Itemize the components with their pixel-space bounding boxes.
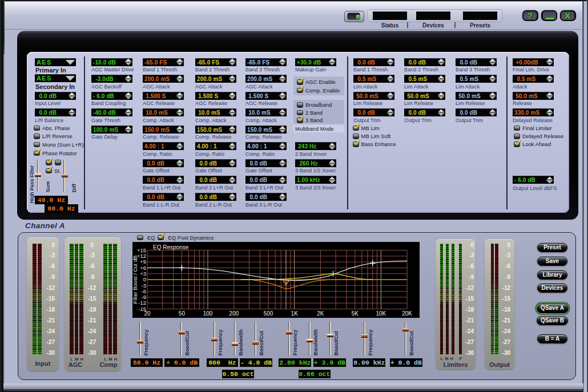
svg-text:EQ Response: EQ Response xyxy=(153,244,189,250)
svg-text:200: 200 xyxy=(229,310,239,317)
svg-text:10K: 10K xyxy=(376,310,386,317)
svg-text:500: 500 xyxy=(264,310,273,317)
svg-text:2K: 2K xyxy=(317,310,324,317)
svg-text:5K: 5K xyxy=(352,310,359,317)
svg-text:Filter Boost / Cut dB: Filter Boost / Cut dB xyxy=(132,255,138,304)
svg-text:50: 50 xyxy=(179,310,186,317)
svg-text:1K: 1K xyxy=(291,310,299,317)
svg-text:20: 20 xyxy=(144,310,151,317)
svg-text:20K: 20K xyxy=(402,310,412,317)
svg-text:100: 100 xyxy=(203,310,213,317)
